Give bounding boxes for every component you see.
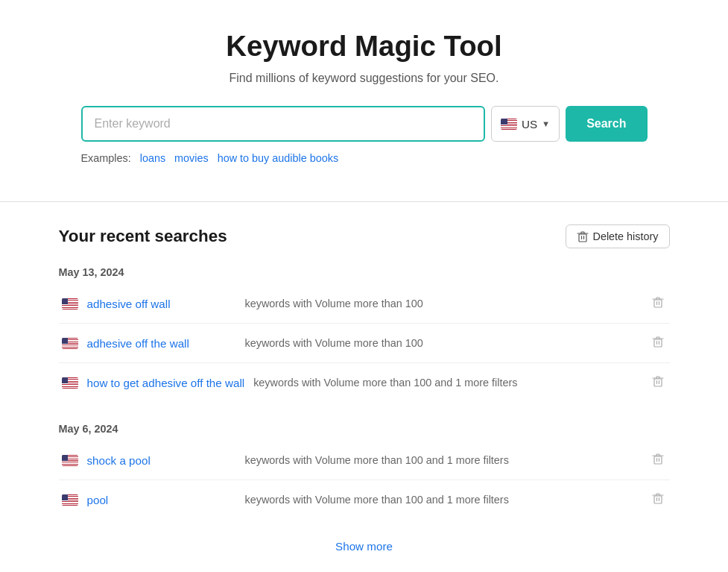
country-code: US: [522, 118, 537, 131]
svg-rect-5: [654, 496, 662, 503]
chevron-down-icon: ▼: [542, 119, 550, 128]
us-flag-icon: [62, 298, 78, 309]
date-label: May 6, 2024: [59, 423, 670, 435]
delete-item-button[interactable]: [649, 372, 667, 393]
us-flag-icon: [62, 377, 78, 389]
table-row: shock a poolkeywords with Volume more th…: [59, 441, 670, 480]
delete-history-button[interactable]: Delete history: [566, 224, 670, 248]
country-selector[interactable]: US ▼: [491, 106, 560, 142]
svg-rect-0: [579, 234, 586, 242]
svg-rect-2: [654, 339, 662, 347]
delete-item-button[interactable]: [649, 489, 667, 510]
recent-groups: May 13, 2024adhesive off wallkeywords wi…: [59, 266, 670, 519]
filter-description: keywords with Volume more than 100 and 1…: [253, 377, 639, 389]
trash-icon: [652, 336, 664, 348]
trash-icon: [652, 296, 664, 308]
filter-description: keywords with Volume more than 100 and 1…: [245, 454, 640, 466]
svg-rect-3: [654, 379, 662, 386]
us-flag-icon: [62, 455, 78, 466]
keyword-link[interactable]: how to get adhesive off the wall: [87, 377, 245, 389]
us-flag-icon: [62, 338, 78, 349]
table-row: adhesive off wallkeywords with Volume mo…: [59, 284, 670, 324]
trash-icon: [652, 492, 664, 504]
delete-item-button[interactable]: [649, 333, 667, 353]
delete-item-button[interactable]: [649, 293, 667, 314]
filter-description: keywords with Volume more than 100: [245, 337, 640, 349]
date-group: May 6, 2024shock a poolkeywords with Vol…: [59, 423, 670, 519]
filter-description: keywords with Volume more than 100: [245, 298, 640, 309]
keyword-input[interactable]: [81, 106, 485, 142]
trash-icon: [652, 375, 664, 387]
trash-icon: [577, 230, 589, 242]
svg-rect-1: [654, 300, 662, 307]
examples-label: Examples:: [81, 152, 131, 164]
show-more-button[interactable]: Show more: [335, 540, 393, 553]
example-link-movies[interactable]: movies: [174, 152, 209, 164]
us-flag-icon: [501, 119, 517, 130]
page-subtitle: Find millions of keyword suggestions for…: [15, 72, 713, 85]
page-title: Keyword Magic Tool: [15, 30, 713, 63]
date-label: May 13, 2024: [59, 266, 670, 278]
recent-searches-title: Your recent searches: [59, 227, 227, 246]
example-link-loans[interactable]: loans: [140, 152, 165, 164]
date-group: May 13, 2024adhesive off wallkeywords wi…: [59, 266, 670, 402]
trash-icon: [652, 453, 664, 465]
us-flag-icon: [62, 494, 78, 506]
keyword-link[interactable]: adhesive off the wall: [87, 337, 236, 350]
table-row: how to get adhesive off the wallkeywords…: [59, 363, 670, 402]
table-row: poolkeywords with Volume more than 100 a…: [59, 480, 670, 519]
example-link-audible[interactable]: how to buy audible books: [218, 152, 338, 164]
table-row: adhesive off the wallkeywords with Volum…: [59, 324, 670, 363]
search-button[interactable]: Search: [566, 106, 647, 142]
filter-description: keywords with Volume more than 100 and 1…: [245, 494, 640, 506]
keyword-link[interactable]: shock a pool: [87, 454, 236, 467]
keyword-link[interactable]: adhesive off wall: [87, 298, 236, 310]
delete-history-label: Delete history: [593, 230, 659, 242]
keyword-link[interactable]: pool: [87, 494, 236, 506]
svg-rect-4: [654, 456, 662, 464]
delete-item-button[interactable]: [649, 450, 667, 471]
